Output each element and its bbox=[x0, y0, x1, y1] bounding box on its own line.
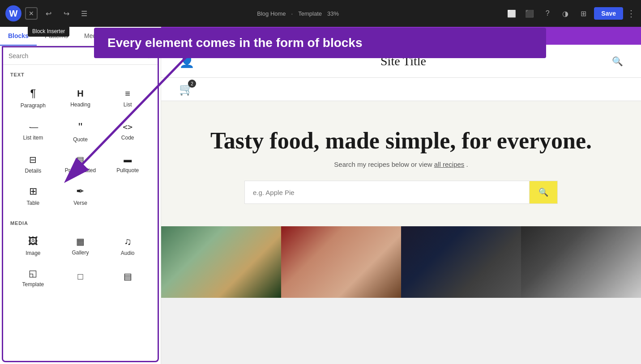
view-button[interactable]: ⬜ bbox=[504, 6, 519, 21]
block-list[interactable]: ≡ List bbox=[105, 83, 150, 114]
block-image[interactable]: 🖼 Image bbox=[10, 231, 56, 262]
contrast-button[interactable]: ◑ bbox=[558, 6, 573, 21]
media-section-label: MEDIA bbox=[10, 220, 150, 226]
block-paragraph[interactable]: ¶ Paragraph bbox=[10, 83, 56, 114]
verse-icon: ✒ bbox=[76, 186, 84, 196]
food-image-4 bbox=[521, 226, 641, 298]
block-template[interactable]: ◱ Template bbox=[10, 263, 56, 293]
block-verse-label: Verse bbox=[73, 200, 87, 206]
page-name: Blog Home bbox=[257, 10, 286, 17]
block-verse[interactable]: ✒ Verse bbox=[58, 181, 103, 212]
split-view-button[interactable]: ⬛ bbox=[522, 6, 537, 21]
hero-title: Tasty food, made simple, for everyone. bbox=[179, 128, 623, 153]
separator: · bbox=[291, 10, 293, 17]
main-layout: Blocks Patterns Media ⌕ TEXT ¶ Paragraph bbox=[0, 27, 641, 364]
food-grid bbox=[161, 226, 641, 298]
pullquote-icon: ▬ bbox=[124, 156, 132, 164]
list-item-icon: ·— bbox=[29, 123, 37, 131]
block-code[interactable]: <> Code bbox=[105, 116, 150, 148]
search-input[interactable] bbox=[9, 52, 144, 59]
site-header: 👤 Site Title 🔍 bbox=[161, 45, 641, 78]
block-details-label: Details bbox=[25, 168, 41, 174]
cart-area: 🛒 2 bbox=[161, 78, 641, 101]
text-blocks-grid: ¶ Paragraph H Heading ≡ List ·— List ite… bbox=[10, 83, 150, 212]
block-inserter-panel: Blocks Patterns Media ⌕ TEXT ¶ Paragraph bbox=[0, 27, 161, 364]
text-section-label: TEXT bbox=[10, 72, 150, 77]
template-name: Template bbox=[298, 10, 322, 17]
hero-section: Tasty food, made simple, for everyone. S… bbox=[161, 101, 641, 226]
block-media-text[interactable]: ▤ bbox=[105, 263, 150, 293]
search-icon: ⌕ bbox=[148, 52, 152, 60]
block-gallery[interactable]: ▦ Gallery bbox=[58, 231, 103, 262]
recipe-search-input[interactable] bbox=[244, 181, 529, 204]
close-inserter-button[interactable]: ✕ bbox=[25, 7, 38, 20]
toolbar-center: Blog Home · Template 33% bbox=[95, 10, 501, 17]
block-heading[interactable]: H Heading bbox=[58, 83, 103, 114]
site-editor-bar bbox=[161, 27, 641, 45]
all-recipes-link[interactable]: all recipes bbox=[434, 161, 465, 168]
toolbar-right: ⬜ ⬛ ? ◑ ⊞ Save ⋮ bbox=[504, 6, 636, 21]
block-table[interactable]: ⊞ Table bbox=[10, 181, 56, 212]
help-button[interactable]: ? bbox=[540, 6, 555, 21]
heading-icon: H bbox=[77, 89, 83, 98]
tab-media[interactable]: Media bbox=[76, 27, 109, 46]
block-details[interactable]: ⊟ Details bbox=[10, 150, 56, 179]
search-wrap: ⌕ bbox=[2, 47, 159, 65]
block-table-label: Table bbox=[26, 200, 39, 206]
block-preformatted-label: Preformatted bbox=[65, 167, 96, 174]
block-template-label: Template bbox=[22, 281, 44, 288]
list-icon: ≡ bbox=[125, 89, 130, 98]
block-pullquote-label: Pullquote bbox=[116, 167, 139, 174]
blocks-list: TEXT ¶ Paragraph H Heading ≡ List ·— Lis… bbox=[2, 65, 159, 362]
block-quote[interactable]: " Quote bbox=[58, 116, 103, 148]
tab-patterns[interactable]: Patterns bbox=[37, 27, 76, 46]
food-image-3 bbox=[401, 226, 521, 298]
user-icon: 👤 bbox=[179, 54, 195, 68]
toolbar: W ✕ ↩ ↪ ☰ Blog Home · Template 33% ⬜ ⬛ ?… bbox=[0, 0, 641, 27]
code-icon: <> bbox=[123, 123, 132, 131]
block-audio-label: Audio bbox=[121, 250, 135, 256]
media-text-icon: ▤ bbox=[124, 272, 132, 281]
inserter-tabs: Blocks Patterns Media bbox=[0, 27, 161, 46]
table-icon: ⊞ bbox=[29, 186, 37, 196]
block-paragraph-label: Paragraph bbox=[21, 102, 46, 109]
recipe-search-button[interactable]: 🔍 bbox=[529, 181, 558, 204]
template-icon: ◱ bbox=[29, 269, 37, 278]
block-gallery-label: Gallery bbox=[72, 250, 89, 256]
settings-button[interactable]: ⊞ bbox=[576, 6, 590, 21]
food-image-1 bbox=[161, 226, 281, 298]
block-audio[interactable]: ♫ Audio bbox=[105, 231, 150, 262]
save-button[interactable]: Save bbox=[594, 7, 623, 20]
site-search-icon: 🔍 bbox=[612, 56, 623, 67]
block-image-label: Image bbox=[26, 250, 40, 256]
audio-icon: ♫ bbox=[124, 237, 132, 246]
quote-icon: " bbox=[78, 121, 82, 133]
hero-subtitle-text: Search my recipes below or view bbox=[334, 161, 432, 168]
more-options-button[interactable]: ⋮ bbox=[627, 8, 636, 19]
cart-badge: 2 bbox=[188, 80, 196, 88]
cart-icon-wrap: 🛒 2 bbox=[179, 82, 193, 96]
search-bar: ⌕ bbox=[3, 47, 158, 65]
details-icon: ⊟ bbox=[29, 155, 37, 164]
wp-logo-button[interactable]: W bbox=[5, 5, 21, 21]
zoom-level: 33% bbox=[327, 10, 339, 17]
site-title: Site Title bbox=[380, 54, 426, 68]
redo-button[interactable]: ↪ bbox=[59, 6, 73, 21]
block-cover[interactable]: □ bbox=[58, 263, 103, 293]
block-list-item[interactable]: ·— List item bbox=[10, 116, 56, 148]
media-blocks-grid: 🖼 Image ▦ Gallery ♫ Audio ◱ Template □ bbox=[10, 231, 150, 293]
tab-blocks[interactable]: Blocks bbox=[0, 27, 37, 46]
block-preformatted[interactable]: ▤ Preformatted bbox=[58, 150, 103, 179]
block-code-label: Code bbox=[121, 135, 134, 141]
menu-button[interactable]: ☰ bbox=[77, 6, 91, 21]
hero-subtitle: Search my recipes below or view all reci… bbox=[179, 161, 623, 168]
block-quote-label: Quote bbox=[73, 136, 88, 143]
hero-punctuation: . bbox=[466, 161, 468, 168]
food-image-2 bbox=[281, 226, 401, 298]
gallery-icon: ▦ bbox=[76, 237, 85, 246]
undo-button[interactable]: ↩ bbox=[41, 6, 56, 21]
content-area: 👤 Site Title 🔍 🛒 2 Tasty food, made simp… bbox=[161, 27, 641, 364]
block-pullquote[interactable]: ▬ Pullquote bbox=[105, 150, 150, 179]
preformatted-icon: ▤ bbox=[77, 156, 84, 164]
paragraph-icon: ¶ bbox=[30, 88, 36, 99]
